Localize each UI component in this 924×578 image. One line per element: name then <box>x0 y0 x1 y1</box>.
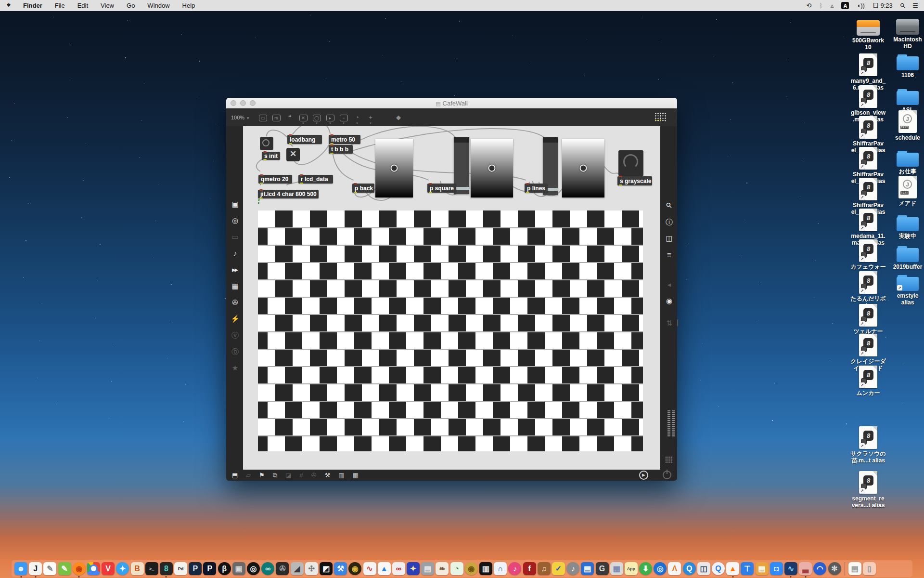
dock-of-beta-icon[interactable]: β <box>218 562 231 575</box>
dock-keynote-icon[interactable]: ⊤ <box>741 562 754 575</box>
dock-bathyscaphe-icon[interactable]: B <box>131 562 144 575</box>
pictslider-knob[interactable] <box>391 165 398 172</box>
filters-icon[interactable]: ⇅ <box>666 319 671 328</box>
flip-icon[interactable]: ◪ <box>285 472 291 479</box>
dock-flash-icon[interactable]: f <box>523 562 536 575</box>
dock-vlc-icon[interactable]: ▲ <box>726 562 739 575</box>
dock-piano-app-icon[interactable]: ▥ <box>479 562 492 575</box>
dock-orange-docs-app-icon[interactable]: ▤ <box>756 562 769 575</box>
console-icon[interactable]: ▭ <box>231 233 237 241</box>
dock-blue-q-app-icon[interactable]: Q <box>683 562 696 575</box>
wifi-icon[interactable]: ▵ <box>831 2 834 9</box>
desktop-icon-schedule[interactable]: JTEXTschedule <box>887 109 924 141</box>
dock-blue-disc-app-icon[interactable]: ◎ <box>654 562 667 575</box>
menu-finder[interactable]: Finder <box>23 2 42 9</box>
desktop-icon-macintosh[interactable]: MacintoshHD <box>887 11 924 50</box>
slider-tool-icon[interactable]: −▾ <box>337 114 350 121</box>
plugs-icon[interactable]: ⚡ <box>231 315 239 323</box>
piano-keys-icon[interactable]: ▥ <box>338 472 344 479</box>
power-button[interactable] <box>663 471 671 479</box>
search-icon[interactable]: ⚲ <box>664 201 673 210</box>
dock-radar-app-icon[interactable]: ◉ <box>348 562 361 575</box>
desktop-icon--[interactable]: お仕事 <box>887 143 924 175</box>
dock-chrome-icon[interactable] <box>87 562 100 575</box>
dock-notes-pad-app-icon[interactable]: ▤ <box>848 562 861 575</box>
desktop-icon--[interactable]: 8➚サクラソウの苗.m...t alias <box>848 425 888 464</box>
pictslider-square[interactable] <box>471 139 513 197</box>
packages-icon[interactable]: ▣ <box>231 200 237 209</box>
dock-propeller-app-icon[interactable]: ✣ <box>305 562 318 575</box>
dock-pure-data-icon[interactable]: Pd <box>174 562 187 575</box>
object-box-icon[interactable]: ▭ <box>256 114 270 121</box>
desktop-icon--[interactable]: 8➚ムンカー <box>848 364 888 396</box>
obj-loadbang[interactable]: loadbang <box>287 135 322 144</box>
patcher-canvas[interactable]: ✕ s initloadbangmetro 50t b b bqmetro 20… <box>243 126 660 470</box>
input-source-icon[interactable]: A <box>841 2 849 9</box>
dock-spiral-app-icon[interactable]: ◎ <box>247 562 260 575</box>
desktop-icon-1106[interactable]: 1106 <box>887 46 924 79</box>
obj-r-lcd-data[interactable]: r lcd_data <box>298 175 333 184</box>
dial-tool-icon[interactable]: ◔▾ <box>350 114 364 121</box>
dock-coteditor-icon[interactable]: ✎ <box>58 562 71 575</box>
desktop-icon--[interactable]: 実験中 <box>887 207 924 239</box>
dock-terminal-icon[interactable]: >_ <box>145 562 158 575</box>
dock-xcode-icon[interactable]: ⚒ <box>334 562 347 575</box>
images-icon[interactable]: ▦ <box>231 282 237 290</box>
vimeo-icon[interactable]: ⓥ <box>231 331 238 340</box>
dock-scanner-app-icon[interactable]: ▤ <box>421 562 434 575</box>
obj-p-lines[interactable]: p lines <box>525 184 548 193</box>
desktop-icon-2019buffer[interactable]: 2019buffer <box>887 238 924 270</box>
sequences-icon[interactable]: ▸▸ <box>232 265 237 274</box>
inspector-icon[interactable]: ⓘ <box>666 218 672 226</box>
dock-arduino-icon[interactable]: ∞ <box>261 562 274 575</box>
menu-help[interactable]: Help <box>182 2 195 9</box>
obj-s-init[interactable]: s init <box>262 152 280 160</box>
attachments-icon[interactable]: ✇ <box>232 298 237 307</box>
menu-view[interactable]: View <box>101 2 114 9</box>
volume-icon[interactable]: ◖)) <box>857 2 865 9</box>
dock-quicktime-icon[interactable]: Q <box>712 562 725 575</box>
bang-button[interactable] <box>260 137 273 150</box>
obj-t-b-b-b[interactable]: t b b b <box>329 145 353 154</box>
select-mode-icon[interactable]: ▱ <box>246 472 251 479</box>
dock-blue-wand-app-icon[interactable]: ✦ <box>407 562 420 575</box>
dock-red-links-app-icon[interactable]: ∞ <box>392 562 405 575</box>
dock-processing-icon[interactable]: P <box>189 562 202 575</box>
dock-g-box-app-icon[interactable]: G <box>596 562 609 575</box>
dock-gear-app-icon[interactable]: ✻ <box>828 562 841 575</box>
dock-cube-app-icon[interactable]: ▣ <box>232 562 245 575</box>
time-machine-icon[interactable]: ⟲ <box>806 2 811 9</box>
obj-p-back[interactable]: p back <box>352 184 374 193</box>
dock-processing-b-icon[interactable]: P <box>203 562 216 575</box>
dock-clapper-app-icon[interactable]: ◫ <box>697 562 710 575</box>
bluetooth-icon[interactable]: ᛒ <box>819 2 823 9</box>
dock-wifi-scanner-app-icon[interactable]: ◠ <box>813 562 826 575</box>
dock-wedge-app-icon[interactable]: ◢ <box>291 562 304 575</box>
dock-down-arrow-app-icon[interactable]: ⬇ <box>639 562 652 575</box>
zoom-selector[interactable]: 100% ▼ <box>226 115 256 120</box>
wrench-icon[interactable]: ⚒ <box>325 472 331 479</box>
pictslider-knob[interactable] <box>488 165 496 172</box>
desktop-icon--[interactable]: JTEXTメアド <box>887 174 924 207</box>
audio-icon[interactable]: ♪ <box>233 249 236 258</box>
dock-intel-power-gadget-icon[interactable]: ∿ <box>784 562 797 575</box>
dock-free-stack-app-icon[interactable]: ▤ <box>581 562 594 575</box>
desktop-icon--[interactable]: 8➚ツェルナー <box>848 302 888 335</box>
dock-orange-peak-app-icon[interactable]: Λ <box>668 562 681 575</box>
message-box-icon[interactable]: m <box>270 114 283 121</box>
presentation-icon[interactable]: ⚑ <box>259 472 265 479</box>
notification-center-icon[interactable]: ☰ <box>912 2 918 9</box>
desktop-icon-500gbwork[interactable]: 500GBwork10 <box>848 12 888 51</box>
dock-gold-medal-app-icon[interactable]: ◉ <box>465 562 478 575</box>
obj-p-square[interactable]: p square <box>427 184 456 193</box>
dock-trash-icon[interactable]: ▯ <box>863 562 876 575</box>
apple-menu-icon[interactable]: ♠ <box>7 2 11 9</box>
add-object-icon[interactable]: +▾ <box>364 114 377 121</box>
dock-wave-app-icon[interactable]: ∿ <box>363 562 376 575</box>
dock-firefox-icon[interactable]: ◉ <box>73 562 86 575</box>
max-patcher-window[interactable]: ▤CafeWall 100% ▼ ▭m❝✕▾◯▾▸▾−▾◔▾+▾◆ ▣◎▭♪▸▸… <box>226 98 677 481</box>
menu-go[interactable]: Go <box>127 2 135 9</box>
dock-art-app-icon[interactable]: ❧ <box>436 562 449 575</box>
obj-jit-lcd[interactable]: jit.lcd 4 char 800 500 <box>258 190 319 198</box>
desktop-icon-emstyle[interactable]: ➚emstylealias <box>887 267 924 306</box>
